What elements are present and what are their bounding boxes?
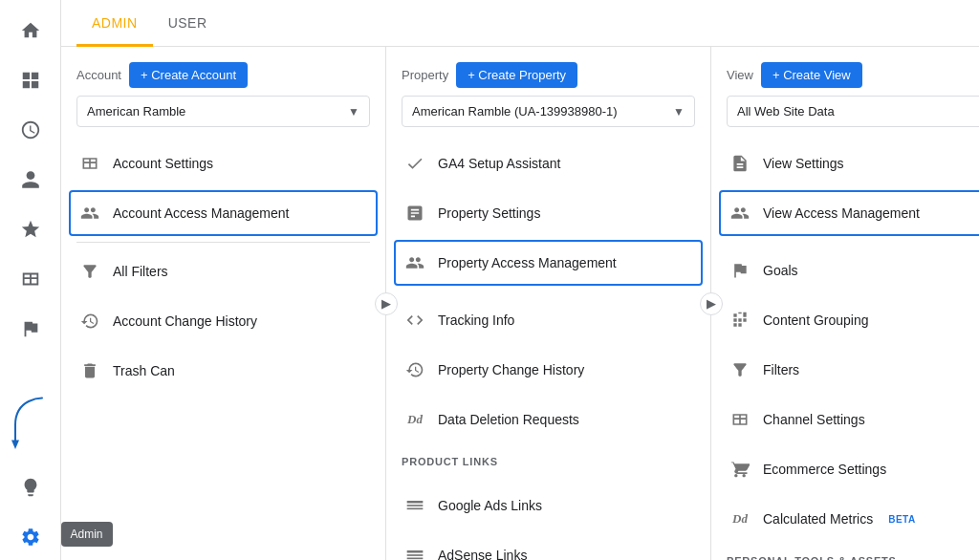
filters-icon [729,358,751,381]
content-grouping-icon [729,309,751,332]
nav-view-settings[interactable]: View Settings [711,139,979,188]
nav-trash-can[interactable]: Trash Can [61,346,385,396]
view-access-label: View Access Management [763,205,920,221]
view-column-wrapper: View + Create View All Web Site Data ▼ V… [711,47,979,560]
calculated-metrics-icon: Dd [729,507,751,530]
account-settings-icon [78,152,101,175]
arrow-annotation [8,387,54,459]
nav-filters[interactable]: Filters [711,345,979,395]
account-settings-label: Account Settings [113,156,213,171]
create-view-button[interactable]: + Create View [761,62,862,88]
all-filters-label: All Filters [113,264,168,279]
view-label: View [727,68,753,82]
nav-channel-settings[interactable]: Channel Settings [711,395,979,444]
property-change-history-label: Property Change History [438,362,584,377]
data-deletion-icon: Dd [403,408,426,431]
tab-user[interactable]: USER [153,0,223,47]
product-links-section-label: PRODUCT LINKS [386,444,710,473]
account-access-icon [78,202,101,225]
ga4-setup-label: GA4 Setup Assistant [438,156,560,171]
nav-data-deletion[interactable]: Dd Data Deletion Requests [386,395,710,444]
nav-adsense[interactable]: AdSense Links [386,530,710,560]
tracking-info-label: Tracking Info [438,312,514,328]
account-column: Account + Create Account American Ramble… [61,47,386,560]
adsense-label: AdSense Links [438,548,527,560]
property-column-wrapper: Property + Create Property American Ramb… [386,47,711,560]
tab-admin[interactable]: ADMIN [76,0,153,47]
sidebar-clock-icon[interactable] [8,107,54,153]
nav-property-change-history[interactable]: Property Change History [386,345,710,395]
nav-content-grouping[interactable]: Content Grouping [711,295,979,345]
nav-property-settings[interactable]: Property Settings [386,188,710,238]
trash-can-icon [78,359,101,382]
nav-property-access[interactable]: Property Access Management [394,240,703,286]
google-ads-icon [403,494,426,517]
svg-marker-0 [11,440,19,449]
account-header: Account + Create Account [61,47,385,96]
all-filters-icon [78,260,101,283]
property-dropdown-arrow: ▼ [673,105,685,118]
view-settings-icon [729,152,751,175]
create-account-button[interactable]: + Create Account [129,62,248,88]
nav-tracking-info[interactable]: Tracking Info [386,295,710,345]
adsense-icon [403,544,426,560]
svg-rect-1 [407,501,424,504]
main-content: ADMIN USER Account + Create Account Amer… [61,0,979,560]
nav-calculated-metrics[interactable]: Dd Calculated Metrics BETA [711,494,979,544]
svg-rect-5 [407,554,424,556]
view-dropdown[interactable]: All Web Site Data ▼ [727,96,979,127]
property-change-history-icon [403,358,426,381]
ecommerce-label: Ecommerce Settings [763,462,886,477]
view-column: View + Create View All Web Site Data ▼ V… [711,47,979,560]
nav-all-filters[interactable]: All Filters [61,247,385,296]
property-settings-icon [403,202,426,225]
columns-container: Account + Create Account American Ramble… [61,47,979,560]
create-property-button[interactable]: + Create Property [456,62,577,88]
sidebar-home-icon[interactable] [8,8,54,54]
nav-account-change-history[interactable]: Account Change History [61,296,385,346]
nav-account-settings[interactable]: Account Settings [61,139,385,188]
svg-rect-3 [407,508,424,510]
sidebar-dashboard-icon[interactable] [8,57,54,103]
svg-rect-6 [407,558,424,560]
sidebar: Admin [0,0,61,560]
view-dropdown-value: All Web Site Data [737,104,835,118]
calculated-metrics-label: Calculated Metrics [763,511,873,527]
property-dropdown[interactable]: American Ramble (UA-139938980-1) ▼ [402,96,695,127]
divider-1 [76,242,370,243]
sidebar-star-icon[interactable] [8,206,54,252]
sidebar-gear-icon[interactable]: Admin [8,514,54,560]
property-column: Property + Create Property American Ramb… [386,47,711,560]
content-grouping-label: Content Grouping [763,312,869,328]
nav-goals[interactable]: Goals [711,246,979,295]
account-label: Account [76,68,121,82]
account-dropdown[interactable]: American Ramble ▼ [76,96,370,127]
tabs-bar: ADMIN USER [61,0,979,47]
svg-rect-2 [407,505,424,506]
account-change-history-label: Account Change History [113,313,257,329]
filters-label: Filters [763,362,799,377]
nav-ga4-setup[interactable]: GA4 Setup Assistant [386,139,710,188]
account-access-label: Account Access Management [113,205,289,221]
view-settings-label: View Settings [763,156,844,171]
sidebar-bulb-icon[interactable] [8,464,54,510]
google-ads-label: Google Ads Links [438,498,542,513]
account-change-history-icon [78,310,101,333]
sidebar-flag-icon[interactable] [8,306,54,352]
property-access-icon [403,251,426,274]
property-dropdown-value: American Ramble (UA-139938980-1) [412,104,618,118]
sidebar-person-icon[interactable] [8,157,54,203]
goals-label: Goals [763,263,798,278]
channel-settings-icon [729,408,751,431]
account-dropdown-value: American Ramble [87,104,185,118]
nav-ecommerce[interactable]: Ecommerce Settings [711,444,979,494]
nav-account-access[interactable]: Account Access Management [69,190,378,236]
ga4-setup-icon [403,152,426,175]
personal-tools-section-label: PERSONAL TOOLS & ASSETS [711,544,979,560]
nav-view-access[interactable]: View Access Management [719,190,979,236]
nav-google-ads[interactable]: Google Ads Links [386,481,710,530]
trash-can-label: Trash Can [113,363,175,378]
sidebar-grid-icon[interactable] [8,256,54,302]
goals-icon [729,259,751,282]
channel-settings-label: Channel Settings [763,412,865,427]
